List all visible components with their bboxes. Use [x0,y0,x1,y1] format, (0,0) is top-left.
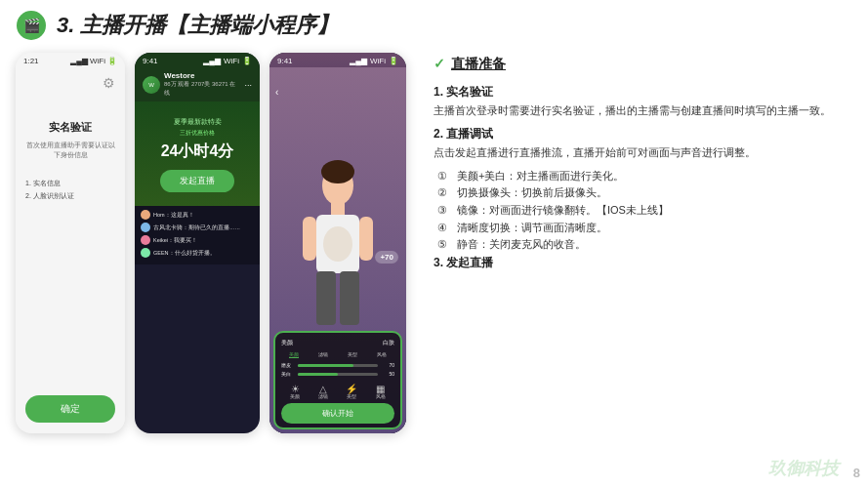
page-header: 🎬 3. 主播开播【主播端小程序】 [0,0,868,47]
icons-row: ☀ 美颜 △ 滤镜 ⚡ 美型 [281,380,394,401]
slider-meibai-track[interactable] [298,373,378,376]
chat-item-4: GEEN：什么好货开播。 [141,248,254,258]
phone2-signal: ▂▄▆ WiFi 🔋 [203,57,252,65]
check-icon: ✓ [434,53,445,75]
icon-beauty-label: 美颜 [290,394,300,399]
section-title: 直播准备 [451,53,506,75]
brand-icon: 🎬 [16,10,47,41]
chat-avatar-1 [141,210,150,220]
phone2-more-icon: ··· [244,80,252,90]
phone2-banner-sub: 夏季最新款特卖 [143,117,252,127]
sub-item-4-text: 清晰度切换：调节画面清晰度。 [457,220,607,237]
chat-item-3: Keikei：我要买！ [141,235,254,245]
phone1-subtitle: 首次使用直播助手需要认证以下身份信息 [25,141,115,160]
sub-item-5-num: ⑤ [437,236,453,254]
sub-item-5: ⑤ 静音：关闭麦克风的收音。 [437,236,843,254]
phone2-banner-detail: 三折优惠价格 [143,129,252,138]
phone1-signal: ▂▄▆ WiFi 🔋 [70,57,117,65]
item2-body: 点击发起直播进行直播推流，直播开始前可对画面与声音进行调整。 [434,144,843,162]
beauty-tab-3[interactable]: 美型 [348,351,357,358]
phone3-time: 9:41 [277,57,293,65]
sub-item-4-num: ④ [437,220,453,237]
svg-rect-4 [331,203,345,215]
page-title: 3. 主播开播【主播端小程序】 [57,11,338,40]
right-panel-item-3: 3. 发起直播 [434,254,843,273]
page-number: 8 [853,466,860,480]
chat-text-3: Keikei：我要买！ [153,237,197,244]
beauty-header-right: 白肤 [383,339,394,347]
sub-item-2: ② 切换摄像头：切换前后摄像头。 [437,184,843,202]
beauty-tabs: 美颜 滤镜 美型 风格 [281,351,394,358]
phone1-time: 1:21 [23,57,39,65]
phone2-time: 9:41 [143,57,158,65]
phone2-start-button[interactable]: 发起直播 [160,170,234,192]
item3-title: 3. 发起直播 [434,254,843,273]
shape-icon: ⚡ [346,384,357,394]
svg-rect-7 [303,217,316,261]
beauty-slider-header: 美颜 白肤 [281,339,394,347]
beauty-slider-box: 美颜 白肤 美颜 滤镜 美型 风格 磨皮 [273,331,402,429]
slider-meibai-label: 美白 [281,371,295,377]
icon-filter[interactable]: △ 滤镜 [318,384,328,399]
phone1-body: ⚙ 实名验证 首次使用直播助手需要认证以下身份信息 1. 实名信息 2. 人脸识… [16,67,125,430]
beauty-tab-1[interactable]: 美颜 [289,351,299,358]
svg-point-3 [321,160,354,183]
phone2-chat-area: Hom：这是真！ 古风北卡骑：期待已久的直播…… Keikei：我要买！ GEE… [135,206,260,264]
beauty-icon: ☀ [290,384,300,394]
phone3-body: 9:41 ▂▄▆ WiFi 🔋 ‹ [269,53,406,433]
watermark: 玖御科技 [768,457,839,480]
sub-item-1: ① 美颜+美白：对主播画面进行美化。 [437,168,843,185]
chat-avatar-4 [141,248,150,258]
phone1-title: 实名验证 [49,120,92,135]
svg-rect-9 [316,271,336,325]
right-panel-item-1: 1. 实名验证 主播首次登录时需要进行实名验证，播出的主播需与创建直播间时填写的… [434,83,843,119]
svg-point-6 [323,226,352,262]
item3-num: 3. [434,256,443,269]
item1-num: 1. [434,85,443,99]
phone2-store-avatar: W [143,76,160,94]
icon-shape-label: 美型 [346,394,357,399]
beauty-tab-2[interactable]: 滤镜 [318,351,328,358]
phone3-status-bar: 9:41 ▂▄▆ WiFi 🔋 [269,53,406,67]
phone2-countdown: 24小时4分 [143,142,252,162]
filter-icon: △ [318,384,328,394]
back-arrow-icon[interactable]: ‹ [275,87,278,98]
item2-title-text: 直播调试 [446,127,493,141]
slider-meibai: 美白 50 [281,371,394,377]
item1-title-text: 实名验证 [446,85,493,99]
beauty-header-left: 美颜 [281,339,293,347]
sub-item-2-text: 切换摄像头：切换前后摄像头。 [457,184,607,202]
phone2-store-info: Westore 86万 观看 2707美 36271 在线 [164,71,240,98]
sub-item-1-num: ① [437,168,453,185]
sub-item-3-text: 镜像：对画面进行镜像翻转。【IOS未上线】 [457,202,669,220]
sub-item-3-num: ③ [437,202,453,220]
phone2-store-name: Westore [164,71,240,80]
phone2-banner: 夏季最新款特卖 三折优惠价格 24小时4分 发起直播 [135,102,260,206]
slider-mopi-track[interactable] [298,364,378,367]
main-content: 1:21 ▂▄▆ WiFi 🔋 ⚙ 实名验证 首次使用直播助手需要认证以下身份信… [0,47,868,481]
sub-item-4: ④ 清晰度切换：调节画面清晰度。 [437,220,843,237]
beauty-tab-4[interactable]: 风格 [377,351,387,358]
settings-icon: ⚙ [103,75,115,91]
sub-item-1-text: 美颜+美白：对主播画面进行美化。 [457,168,624,185]
slider-meibai-fill [298,373,338,376]
phone3-signal: ▂▄▆ WiFi 🔋 [350,57,398,65]
icon-beauty[interactable]: ☀ 美颜 [290,384,300,399]
icon-filter-label: 滤镜 [318,394,328,399]
svg-text:🎬: 🎬 [23,18,41,34]
chat-text-4: GEEN：什么好货开播。 [153,250,216,257]
right-panel-item-2: 2. 直播调试 点击发起直播进行直播推流，直播开始前可对画面与声音进行调整。 [434,125,843,161]
confirm-start-button[interactable]: 确认开始 [281,403,394,424]
slider-mopi: 磨皮 70 [281,362,394,368]
chat-text-2: 古风北卡骑：期待已久的直播…… [153,224,240,231]
right-panel: ✓ 直播准备 1. 实名验证 主播首次登录时需要进行实名验证，播出的主播需与创建… [416,47,852,481]
item2-num: 2. [434,127,443,141]
item1-title: 1. 实名验证 [434,83,843,102]
sub-item-5-text: 静音：关闭麦克风的收音。 [457,236,586,254]
phone1-confirm-button[interactable]: 确定 [25,395,115,423]
svg-rect-8 [359,217,373,261]
icon-shape[interactable]: ⚡ 美型 [346,384,357,399]
model-figure [299,158,377,344]
icon-style[interactable]: ▦ 风格 [376,384,386,399]
slider-mopi-value: 70 [381,362,394,368]
